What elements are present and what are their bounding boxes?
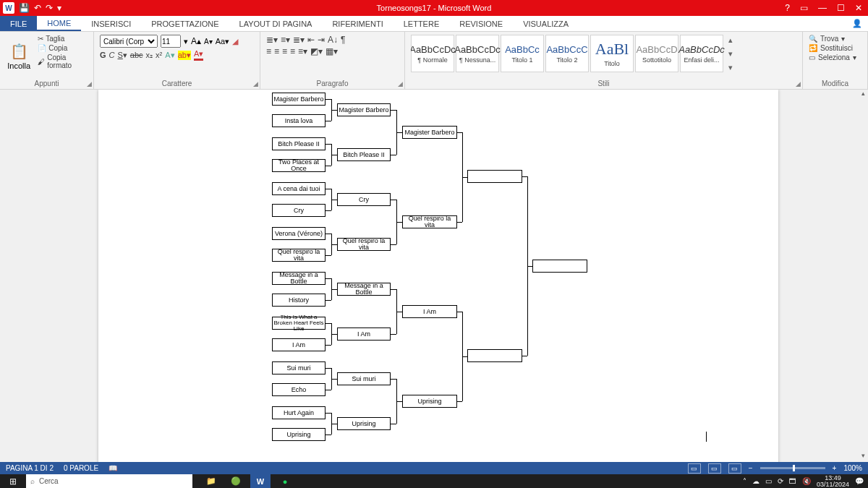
tab-layout[interactable]: LAYOUT DI PAGINA <box>229 16 323 31</box>
strikethrough-button[interactable]: abc <box>130 51 143 59</box>
shrink-font-icon[interactable]: A▾ <box>204 38 213 46</box>
qat-dropdown-icon[interactable]: ▾ <box>57 3 61 13</box>
start-button[interactable]: ⊞ <box>0 476 26 487</box>
close-icon[interactable]: ✕ <box>855 3 862 13</box>
dialog-launcher-icon[interactable]: ◢ <box>398 80 403 87</box>
zoom-in-icon[interactable]: + <box>833 464 837 472</box>
user-account-icon[interactable]: 👤 <box>846 16 868 31</box>
read-mode-icon[interactable]: ▭ <box>688 463 701 474</box>
help-icon[interactable]: ? <box>785 3 790 13</box>
document-page[interactable]: Magister BarberoInsta lovaBitch Please I… <box>98 90 778 462</box>
highlight-icon[interactable]: ab▾ <box>178 51 191 60</box>
tab-revisione[interactable]: REVISIONE <box>449 16 513 31</box>
redo-icon[interactable]: ↷ <box>46 3 53 13</box>
spotify-icon[interactable]: ● <box>275 474 295 488</box>
file-explorer-icon[interactable]: 📁 <box>201 474 221 488</box>
chevron-up-icon[interactable]: ▴ <box>728 35 733 45</box>
tab-visualizza[interactable]: VISUALIZZA <box>513 16 579 31</box>
dialog-launcher-icon[interactable]: ◢ <box>253 80 258 87</box>
style-titolo[interactable]: AaBlTitolo <box>590 35 634 72</box>
lang-icon[interactable]: 🗔 <box>789 477 796 485</box>
clock[interactable]: 13:49 03/11/2024 <box>817 475 849 488</box>
word-taskbar-icon[interactable]: W <box>250 474 271 488</box>
chevron-down-icon[interactable]: ▾ <box>728 49 733 59</box>
zoom-out-icon[interactable]: − <box>749 464 753 472</box>
font-size-dropdown-icon[interactable]: ▾ <box>184 37 188 46</box>
tray-chevron-icon[interactable]: ˄ <box>743 477 746 485</box>
group-label-clipboard: Appunti <box>6 80 88 87</box>
styles-expand-icon[interactable]: ▾ <box>728 63 733 72</box>
numbering-icon[interactable]: ≡▾ <box>281 35 290 45</box>
style-titolo1[interactable]: AaBbCcTitolo 1 <box>501 35 544 72</box>
page-indicator[interactable]: PAGINA 1 DI 2 <box>6 464 54 472</box>
bullets-icon[interactable]: ≣▾ <box>266 35 278 45</box>
grow-font-icon[interactable]: A▴ <box>191 36 201 46</box>
paste-button[interactable]: 📋 Incolla <box>6 35 32 78</box>
show-marks-icon[interactable]: ¶ <box>341 35 345 45</box>
tab-lettere[interactable]: LETTERE <box>393 16 450 31</box>
update-icon[interactable]: ⟳ <box>778 477 783 485</box>
onedrive-icon[interactable]: ☁ <box>752 477 760 485</box>
chrome-icon[interactable]: 🟢 <box>226 474 246 488</box>
font-color-icon[interactable]: A▾ <box>194 49 203 61</box>
print-layout-icon[interactable]: ▭ <box>708 463 721 474</box>
line-spacing-icon[interactable]: ≡▾ <box>298 46 307 56</box>
scroll-down-icon[interactable]: ▾ <box>858 452 868 462</box>
tab-home[interactable]: HOME <box>37 16 81 31</box>
underline-button[interactable]: S▾ <box>118 51 127 60</box>
increase-indent-icon[interactable]: ⇥ <box>318 35 325 45</box>
ribbon-display-icon[interactable]: ▭ <box>800 3 808 13</box>
shading-icon[interactable]: ◩▾ <box>310 46 323 56</box>
dialog-launcher-icon[interactable]: ◢ <box>796 80 801 87</box>
speaker-icon[interactable]: 🔇 <box>802 477 811 485</box>
proofing-icon[interactable]: 📖 <box>109 464 117 472</box>
multilevel-icon[interactable]: ≣▾ <box>293 35 305 45</box>
tab-progettazione[interactable]: PROGETTAZIONE <box>141 16 229 31</box>
align-left-icon[interactable]: ≡ <box>266 46 271 56</box>
text-effects-icon[interactable]: A▾ <box>165 51 174 60</box>
network-icon[interactable]: ▭ <box>765 477 772 485</box>
font-name-select[interactable]: Calibri (Corp <box>100 35 158 48</box>
styles-scrollbar[interactable]: ▴▾▾ <box>725 35 736 72</box>
web-layout-icon[interactable]: ▭ <box>728 463 741 474</box>
maximize-icon[interactable]: ☐ <box>837 3 845 13</box>
save-icon[interactable]: 💾 <box>19 3 30 13</box>
align-center-icon[interactable]: ≡ <box>274 46 279 56</box>
sort-icon[interactable]: A↓ <box>328 35 338 45</box>
decrease-indent-icon[interactable]: ⇤ <box>307 35 315 45</box>
replace-button[interactable]: 🔁Sostituisci <box>809 44 861 52</box>
justify-icon[interactable]: ≡ <box>290 46 295 56</box>
style-normale[interactable]: AaBbCcDc¶ Normale <box>411 35 454 72</box>
dialog-launcher-icon[interactable]: ◢ <box>87 80 92 87</box>
zoom-slider[interactable] <box>760 467 825 469</box>
clear-formatting-icon[interactable]: ◢ <box>232 37 238 46</box>
tab-riferimenti[interactable]: RIFERIMENTI <box>322 16 393 31</box>
style-enfasi[interactable]: AaBbCcDcEnfasi deli... <box>680 35 723 72</box>
undo-icon[interactable]: ↶ <box>34 3 41 13</box>
borders-icon[interactable]: ▦▾ <box>326 46 338 56</box>
find-button[interactable]: 🔍Trova▾ <box>809 35 861 43</box>
change-case-icon[interactable]: Aa▾ <box>216 37 229 46</box>
bold-button[interactable]: G <box>100 51 106 59</box>
tab-file[interactable]: FILE <box>0 16 37 31</box>
scroll-up-icon[interactable]: ▴ <box>858 90 868 100</box>
italic-button[interactable]: C <box>109 51 115 59</box>
taskbar-search[interactable]: ⌕ Cerca <box>26 474 192 488</box>
select-button[interactable]: ▭Seleziona▾ <box>809 53 861 61</box>
superscript-button[interactable]: x² <box>156 51 162 59</box>
font-size-input[interactable] <box>161 35 181 48</box>
tab-inserisci[interactable]: INSERISCI <box>81 16 141 31</box>
style-nessuna[interactable]: AaBbCcDc¶ Nessuna... <box>456 35 499 72</box>
subscript-button[interactable]: x₂ <box>146 51 153 60</box>
style-sottotitolo[interactable]: AaBbCcDSottotitolo <box>635 35 678 72</box>
minimize-icon[interactable]: — <box>818 3 827 13</box>
align-right-icon[interactable]: ≡ <box>282 46 287 56</box>
style-titolo2[interactable]: AaBbCcCTitolo 2 <box>545 35 589 72</box>
copy-button[interactable]: 📄Copia <box>38 44 88 52</box>
zoom-value[interactable]: 100% <box>843 464 862 472</box>
format-painter-button[interactable]: 🖌Copia formato <box>38 53 88 69</box>
vertical-scrollbar[interactable]: ▴ ▾ <box>858 90 868 462</box>
notifications-icon[interactable]: 💬 <box>855 477 864 485</box>
word-count[interactable]: 0 PAROLE <box>64 464 98 472</box>
cut-button[interactable]: ✂Taglia <box>38 35 88 43</box>
